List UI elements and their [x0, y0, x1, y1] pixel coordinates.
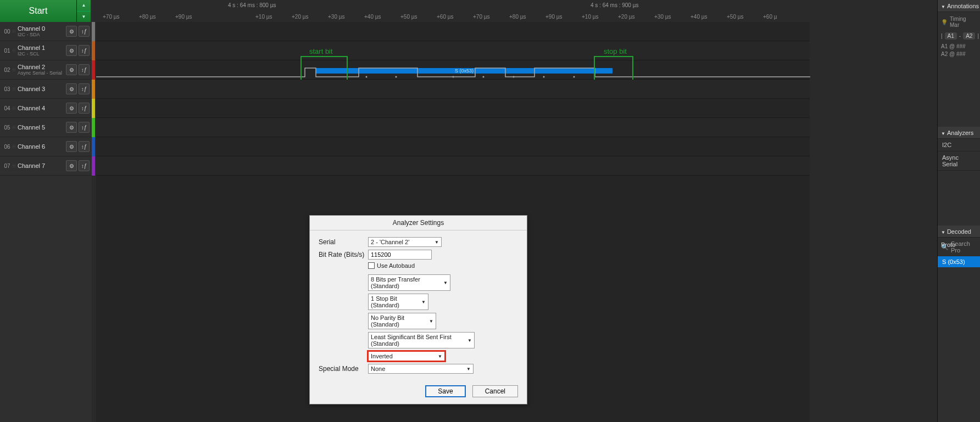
trigger-icon[interactable]: ↕ƒ [79, 83, 90, 94]
analyzer-settings-dialog: Analyzer Settings Serial 2 - 'Channel 2'… [309, 215, 527, 404]
bits-per-transfer-select[interactable]: 8 Bits per Transfer (Standard)▼ [368, 274, 450, 291]
channel-number: 02 [2, 67, 12, 73]
bit-order-select[interactable]: Least Significant Bit Sent First (Standa… [368, 332, 475, 348]
channel-row-4[interactable]: 04::::::::Channel 4⚙↕ƒ [0, 99, 92, 118]
channel-row-2[interactable]: 02::::::::Channel 2Async Serial - Serial… [0, 60, 92, 80]
trigger-icon[interactable]: ↕ƒ [79, 45, 90, 56]
channel-row-3[interactable]: 03::::::::Channel 3⚙↕ƒ [0, 80, 92, 99]
channel-color-5 [92, 118, 95, 137]
gear-icon[interactable]: ⚙ [66, 83, 77, 94]
stop-bits-select[interactable]: 1 Stop Bit (Standard)▼ [368, 294, 428, 310]
decoded-protocols-header[interactable]: ▼Decoded Proto [938, 226, 980, 238]
channel-row-7[interactable]: 07::::::::Channel 7⚙↕ƒ [0, 156, 92, 176]
channel-color-4 [92, 99, 95, 118]
time-tick: +40 µs [691, 14, 708, 20]
channel-row-1[interactable]: 01::::::::Channel 1I2C - SCL⚙↕ƒ [0, 41, 92, 60]
right-sidebar: ▼Annotations 💡Timing Mar |A1-A2|= # A1 @… [937, 0, 980, 422]
waveform-row-4[interactable] [96, 99, 810, 118]
timing-markers-row[interactable]: 💡Timing Mar [941, 16, 977, 28]
bitrate-input[interactable] [368, 250, 432, 260]
chevron-up-icon[interactable]: ▲ [77, 0, 91, 12]
time-ruler[interactable]: 4 s : 64 ms : 800 µs 4 s : 64 ms : 900 µ… [96, 0, 810, 22]
channel-number: 05 [2, 125, 12, 131]
a2-row: A2 @ ### [941, 51, 977, 57]
waveform-row-1[interactable] [96, 41, 810, 60]
special-mode-label: Special Mode [319, 365, 368, 373]
trigger-icon[interactable]: ↕ƒ [79, 141, 90, 152]
svg-point-4 [513, 76, 515, 78]
channel-color-3 [92, 80, 95, 99]
special-mode-select[interactable]: None▼ [368, 364, 474, 374]
channel-color-strip [92, 22, 95, 176]
save-button[interactable]: Save [425, 385, 465, 397]
time-tick: +90 µs [175, 14, 192, 20]
channel-subtitle: Async Serial - Serial [18, 70, 64, 76]
chevron-down-icon[interactable]: ▼ [77, 12, 91, 22]
channel-number: 04 [2, 105, 12, 111]
channel-row-0[interactable]: 00::::::::Channel 0I2C - SDA⚙↕ƒ [0, 22, 92, 41]
waveform-row-2[interactable]: S (0x53) start bit stop bit [96, 60, 810, 80]
channel-subtitle: I2C - SDA [18, 32, 64, 37]
time-tick: +10 µs [255, 14, 272, 20]
parity-select[interactable]: No Parity Bit (Standard)▼ [368, 313, 436, 329]
trigger-icon[interactable]: ↕ƒ [79, 64, 90, 75]
signal-inversion-select[interactable]: Inverted▼ [368, 351, 445, 361]
time-tick: +50 µs [400, 14, 417, 20]
trigger-icon[interactable]: ↕ƒ [79, 103, 90, 114]
waveform-row-5[interactable] [96, 118, 810, 137]
gear-icon[interactable]: ⚙ [66, 64, 77, 75]
svg-point-3 [483, 76, 485, 78]
channel-color-2 [92, 60, 95, 80]
svg-point-6 [573, 76, 575, 78]
waveform-row-0[interactable] [96, 22, 810, 41]
channel-color-0 [92, 22, 95, 41]
channel-sidebar: Start ▲ ▼ 00::::::::Channel 0I2C - SDA⚙↕… [0, 0, 92, 422]
annotation-stop-bit-label: stop bit [604, 47, 627, 55]
channel-number: 01 [2, 48, 12, 54]
channel-row-6[interactable]: 06::::::::Channel 6⚙↕ƒ [0, 137, 92, 156]
annotation-start-bit-label: start bit [309, 47, 333, 55]
time-tick: +80 µs [509, 14, 526, 20]
time-tick: +20 µs [292, 14, 309, 20]
time-tick: +60 µs [437, 14, 454, 20]
a1-row: A1 @ ### [941, 43, 977, 49]
svg-point-5 [543, 76, 545, 78]
analyzers-panel-header[interactable]: ▼Analyzers [938, 127, 980, 139]
annotations-panel-header[interactable]: ▼Annotations [938, 0, 980, 12]
cancel-button[interactable]: Cancel [472, 385, 518, 397]
start-button[interactable]: Start [0, 0, 77, 22]
waveform-row-3[interactable] [96, 80, 810, 99]
time-tick: +90 µs [545, 14, 563, 20]
channel-row-5[interactable]: 05::::::::Channel 5⚙↕ƒ [0, 118, 92, 137]
channel-name: Channel 1 [18, 44, 64, 51]
gear-icon[interactable]: ⚙ [66, 26, 77, 37]
search-icon: 🔍 [941, 244, 949, 251]
channel-name: Channel 0 [18, 25, 64, 32]
trigger-icon[interactable]: ↕ƒ [79, 160, 90, 171]
analyzer-i2c[interactable]: I2C [938, 139, 980, 151]
start-options[interactable]: ▲ ▼ [77, 0, 91, 22]
serial-select[interactable]: 2 - 'Channel 2'▼ [368, 237, 442, 247]
waveform-row-7[interactable] [96, 156, 810, 176]
autobaud-checkbox[interactable]: Use Autobaud [368, 262, 415, 269]
gear-icon[interactable]: ⚙ [66, 160, 77, 171]
gear-icon[interactable]: ⚙ [66, 141, 77, 152]
protocol-result[interactable]: S (0x53) [938, 256, 980, 267]
svg-point-1 [396, 76, 397, 78]
analyzer-async-serial[interactable]: Async Serial [938, 151, 980, 171]
waveform-row-6[interactable] [96, 137, 810, 156]
gear-icon[interactable]: ⚙ [66, 122, 77, 133]
channel-name: Channel 4 [18, 105, 64, 111]
channel-name: Channel 6 [18, 143, 64, 150]
channel-subtitle: I2C - SCL [18, 51, 64, 57]
time-tick: +70 µs [103, 14, 120, 20]
gear-icon[interactable]: ⚙ [66, 103, 77, 114]
channel-name: Channel 3 [18, 86, 64, 92]
trigger-icon[interactable]: ↕ƒ [79, 122, 90, 133]
svg-point-0 [366, 76, 368, 78]
gear-icon[interactable]: ⚙ [66, 45, 77, 56]
timestamp-right: 4 s : 64 ms : 900 µs [591, 2, 638, 8]
dialog-title: Analyzer Settings [310, 216, 527, 230]
trigger-icon[interactable]: ↕ƒ [79, 26, 90, 37]
annotation-start-bit-box [300, 56, 348, 82]
